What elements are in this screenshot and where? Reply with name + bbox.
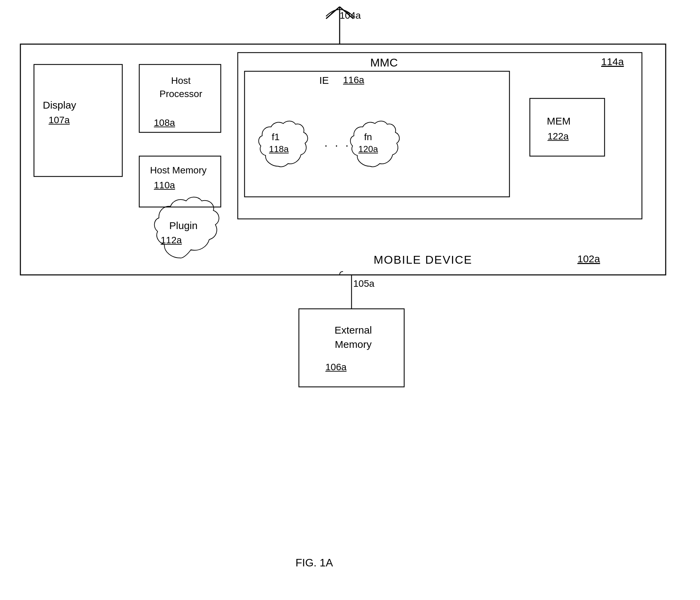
mem-ref: 122a — [548, 131, 569, 142]
mem-label: MEM — [547, 115, 571, 127]
external-memory-label: ExternalMemory — [309, 323, 397, 352]
plugin-label: Plugin — [163, 220, 204, 231]
svg-line-3 — [331, 7, 340, 14]
mmc-ref: 114a — [601, 56, 624, 68]
fn-ref: 120a — [358, 144, 378, 154]
svg-rect-11 — [530, 98, 605, 156]
connector-ref-label: 105a — [353, 278, 374, 289]
mmc-label: MMC — [370, 56, 398, 69]
svg-rect-9 — [238, 53, 642, 219]
diagram-container: 104a MOBILE DEVICE 102a Display 107a Hos… — [0, 0, 700, 600]
f1-label: f1 — [272, 132, 280, 143]
display-ref: 107a — [49, 115, 70, 126]
display-label: Display — [43, 98, 76, 112]
ie-label: IE — [319, 75, 329, 86]
svg-rect-10 — [245, 71, 509, 197]
svg-line-1 — [326, 7, 340, 19]
svg-rect-6 — [34, 64, 122, 176]
host-memory-ref: 110a — [154, 180, 175, 191]
host-processor-ref: 108a — [154, 117, 175, 128]
host-memory-label: Host Memory — [144, 164, 212, 177]
plugin-ref: 112a — [161, 235, 182, 246]
fn-label: fn — [364, 132, 372, 143]
ie-ref: 116a — [343, 75, 364, 86]
figure-label: FIG. 1A — [295, 557, 333, 569]
ellipsis: · · · — [324, 138, 351, 152]
mobile-device-ref: 102a — [577, 253, 600, 265]
mobile-device-label: MOBILE DEVICE — [374, 253, 472, 266]
external-memory-ref: 106a — [325, 362, 346, 373]
host-processor-label: HostProcessor — [148, 74, 214, 100]
f1-ref: 118a — [269, 144, 289, 154]
antenna-ref-label: 104a — [340, 10, 361, 21]
